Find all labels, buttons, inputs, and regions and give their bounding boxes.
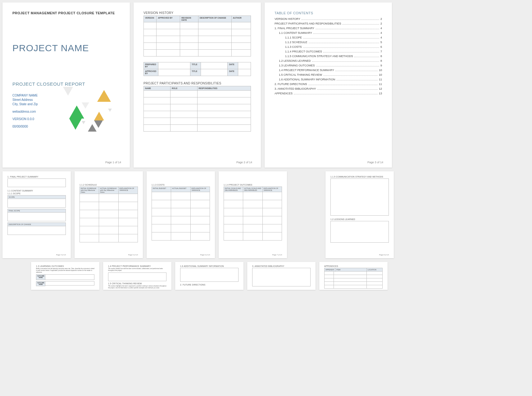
version-history-title: VERSION HISTORY bbox=[143, 11, 251, 15]
toc-entry: 1.1.3 COSTS6 bbox=[275, 45, 382, 48]
page-footer: Page 8 of 14 bbox=[379, 254, 389, 256]
title-label-2: TITLE bbox=[190, 69, 201, 76]
scope-header: SCOPE bbox=[8, 196, 66, 199]
pp-header-role: ROLE bbox=[171, 86, 197, 91]
toc-dots bbox=[312, 61, 379, 62]
toc-entry: PROJECT PARTICIPANTS AND RESPONSIBILITIE… bbox=[275, 22, 382, 25]
cost-h2: ACTUAL BUDGET bbox=[171, 187, 190, 192]
learning-outcomes-title: 1.3 LEARNING OUTCOMES bbox=[36, 265, 94, 267]
additional-info-title: 1.6 ADDITIONAL SUMMARY INFORMATION bbox=[180, 265, 239, 267]
toc-page-number: 11 bbox=[379, 78, 382, 81]
outcome-col-header: OUTCOME NAME bbox=[36, 274, 45, 280]
perf-summary-title: 1.4 PROJECT PERFORMANCE SUMMARY bbox=[108, 265, 166, 267]
toc-dots bbox=[316, 29, 379, 29]
toc-entry: 1.1.1 SCOPE4 bbox=[275, 36, 382, 39]
toc-label: 1.1.1 SCOPE bbox=[285, 36, 302, 39]
page-footer: Page 5 of 14 bbox=[128, 254, 138, 256]
toc-page-number: 4 bbox=[380, 31, 382, 34]
toc-page-number: 9 bbox=[380, 64, 382, 67]
toc-label: 2. FUTURE DIRECTIONS bbox=[275, 83, 307, 86]
critical-thinking-desc: This section highlights the team's appro… bbox=[108, 285, 166, 289]
pp-header-resp: RESPONSIBILITIES bbox=[197, 86, 251, 91]
row-small-pages: 1. FINAL PROJECT SUMMARY 1.1 CONTENT SUM… bbox=[2, 171, 530, 258]
page-12-bibliography: 3. ANNOTATED BIBLIOGRAPHY bbox=[247, 262, 316, 290]
appendices-title: APPENDICES bbox=[324, 265, 383, 267]
toc-page-number: 10 bbox=[379, 69, 382, 72]
toc-page-number: 2 bbox=[380, 17, 382, 20]
toc-page-number: 4 bbox=[380, 27, 382, 30]
scope-title: 1.1.1 SCOPE bbox=[7, 192, 66, 195]
comm-strategy-title: 1.1.5 COMMUNICATION STRATEGY AND METHODS bbox=[330, 176, 389, 178]
costs-title: 1.1.3 COSTS bbox=[152, 184, 210, 186]
date-label-1: DATE bbox=[228, 62, 238, 69]
page-2-history: VERSION HISTORY VERSION APPROVED BY REVI… bbox=[134, 2, 261, 168]
toc-dots bbox=[302, 20, 379, 20]
toc-label: 1.1.4 PROJECT OUTCOMES bbox=[285, 50, 322, 53]
vh-header-version: VERSION bbox=[144, 16, 157, 22]
toc-entry: 1.4 PROJECT PERFORMANCE SUMMARY10 bbox=[275, 69, 382, 72]
toc-entry: 3. ANNOTATED BIBLIOGRAPHY12 bbox=[275, 87, 382, 90]
page-5-schedule: 1.1.2 SCHEDULE INITIAL SCHEDULE with Key… bbox=[75, 171, 143, 258]
schedule-title: 1.1.2 SCHEDULE bbox=[80, 184, 138, 186]
toc-dots bbox=[336, 80, 378, 80]
toc-dots bbox=[317, 89, 378, 90]
toc-entry: 1.5 CRITICAL THINKING REVIEW10 bbox=[275, 73, 382, 76]
toc-label: 1.1 CONTENT SUMMARY bbox=[279, 31, 312, 34]
future-directions-title: 2. FUTURE DIRECTIONS bbox=[180, 284, 239, 286]
toc-entry: 2. FUTURE DIRECTIONS11 bbox=[275, 83, 382, 86]
content-summary-title: 1.1 CONTENT SUMMARY bbox=[7, 190, 66, 192]
toc-label: 1.4 PROJECT PERFORMANCE SUMMARY bbox=[279, 69, 334, 72]
prepared-by-label: PREPARED BY bbox=[144, 62, 158, 69]
out-h1: INITIAL GOALS AND DELIVERABLES bbox=[224, 187, 243, 192]
row-cropped-pages: 1.3 LEARNING OUTCOMES Briefly summarize … bbox=[2, 262, 530, 290]
app-h3: LOCATION bbox=[367, 268, 382, 271]
toc-dots bbox=[308, 85, 378, 85]
approved-by-label: APPROVED BY bbox=[144, 69, 158, 76]
page-footer: Page 1 of 14 bbox=[105, 161, 121, 164]
toc-label: PROJECT PARTICIPANTS AND RESPONSIBILITIE… bbox=[275, 22, 341, 25]
page-footer: Page 2 of 14 bbox=[236, 161, 252, 164]
title-label-1: TITLE bbox=[190, 62, 201, 69]
toc-label: 1.3 LEARNING OUTCOMES bbox=[279, 64, 315, 67]
toc-label: 1.2 LESSONS LEARNED bbox=[279, 59, 311, 62]
project-title: PROJECT NAME bbox=[12, 43, 120, 53]
cost-h1: INITIAL BUDGET bbox=[152, 187, 171, 192]
out-h3: EXPLANATION OF VARIANCE bbox=[263, 187, 282, 192]
final-scope-header: FINAL SCOPE bbox=[8, 209, 66, 212]
toc-title: TABLE OF CONTENTS bbox=[275, 11, 382, 15]
toc-label: 1.1.3 COSTS bbox=[285, 45, 302, 48]
bibliography-title: 3. ANNOTATED BIBLIOGRAPHY bbox=[252, 265, 311, 267]
toc-page-number: 10 bbox=[379, 73, 382, 76]
outcome-col-header-2: OUTCOME NAME bbox=[36, 281, 45, 286]
toc-dots bbox=[303, 38, 379, 38]
pp-header-name: NAME bbox=[144, 86, 171, 91]
toc-page-number: 5 bbox=[380, 41, 382, 44]
page-8-comm-lessons: 1.1.5 COMMUNICATION STRATEGY AND METHODS… bbox=[325, 171, 394, 258]
page-4-summary: 1. FINAL PROJECT SUMMARY 1.1 CONTENT SUM… bbox=[2, 171, 71, 258]
toc-entry: APPENDICES13 bbox=[275, 92, 382, 95]
final-summary-title: 1. FINAL PROJECT SUMMARY bbox=[7, 176, 66, 178]
template-header: PROJECT MANAGEMENT PROJECT CLOSURE TEMPL… bbox=[12, 11, 120, 15]
app-h2: ITEM bbox=[335, 268, 367, 271]
report-subtitle: PROJECT CLOSEOUT REPORT bbox=[12, 81, 120, 87]
learning-outcomes-desc: Briefly summarize how the learning outco… bbox=[36, 268, 94, 273]
app-h1: APPENDIX bbox=[325, 268, 335, 271]
toc-page-number: 8 bbox=[380, 55, 382, 58]
page-3-toc: TABLE OF CONTENTS VERSION HISTORY2PROJEC… bbox=[265, 2, 392, 168]
participants-table: NAME ROLE RESPONSIBILITIES bbox=[143, 86, 251, 132]
toc-dots bbox=[354, 57, 379, 57]
sched-h1: INITIAL SCHEDULE with Key Milestone Date… bbox=[80, 187, 99, 194]
toc-page-number: 11 bbox=[379, 83, 382, 86]
toc-page-number: 7 bbox=[380, 50, 382, 53]
participants-title: PROJECT PARTICIPANTS AND RESPONSIBILITIE… bbox=[143, 82, 251, 85]
page-footer: Page 4 of 14 bbox=[56, 254, 66, 256]
toc-entry: 1.6 ADDITIONAL SUMMARY INFORMATION11 bbox=[275, 78, 382, 81]
out-h2: ACTUAL GOALS AND DELIVERABLES bbox=[243, 187, 262, 192]
toc-label: 1.1.2 SCHEDULE bbox=[285, 41, 307, 44]
page-10-performance: 1.4 PROJECT PERFORMANCE SUMMARY This sec… bbox=[103, 262, 171, 290]
row-large-pages: PROJECT MANAGEMENT PROJECT CLOSURE TEMPL… bbox=[2, 2, 530, 168]
page-footer: Page 6 of 14 bbox=[200, 254, 210, 256]
version-history-table: VERSION APPROVED BY REVISION DATE DESCRI… bbox=[143, 16, 251, 56]
signoff-table: PREPARED BY TITLE DATE APPROVED BY TITLE… bbox=[143, 62, 251, 76]
toc-label: 1.5 CRITICAL THINKING REVIEW bbox=[279, 73, 322, 76]
